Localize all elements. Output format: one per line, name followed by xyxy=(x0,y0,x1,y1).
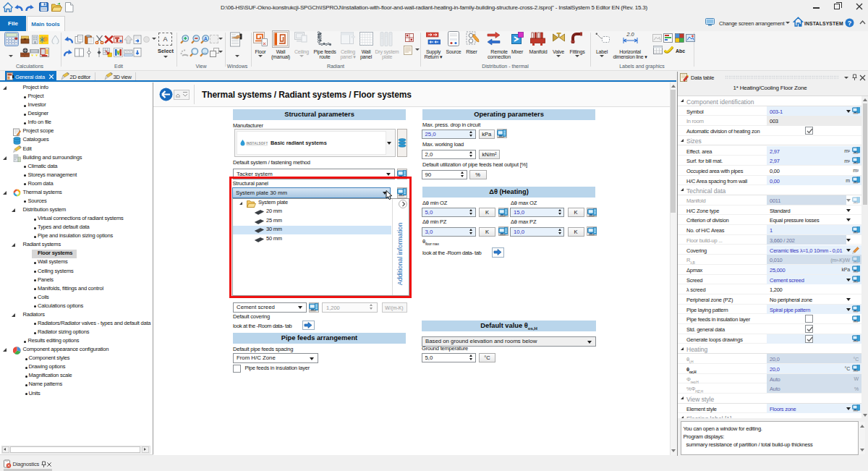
svg-text:2.0: 2.0 xyxy=(626,31,634,38)
svg-text:INSTALSOFT: INSTALSOFT xyxy=(247,141,268,145)
svg-text:A: A xyxy=(204,35,208,41)
svg-text:?: ? xyxy=(848,20,852,27)
